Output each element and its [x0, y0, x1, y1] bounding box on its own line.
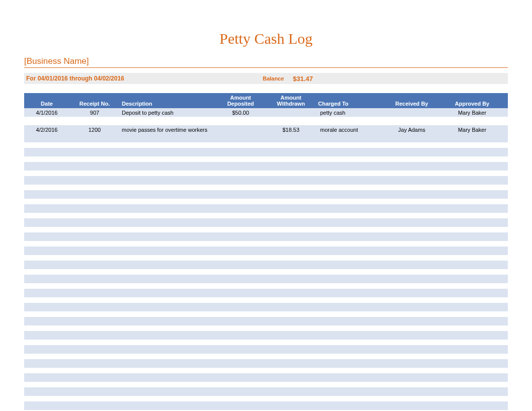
table-row	[24, 261, 508, 269]
th-withdrawn-l1: Amount	[268, 95, 314, 101]
table-row: 4/1/2016907Deposit to petty cash$50.00pe…	[24, 108, 508, 117]
row-gap	[24, 156, 508, 162]
log-table: Date Receipt No. Description Amount Depo…	[24, 93, 508, 411]
period-bar: For 04/01/2016 through 04/02/2016 Balanc…	[24, 73, 508, 84]
cell-description: Deposit to petty cash	[120, 110, 215, 116]
cell-approved: Mary Baker	[442, 127, 502, 133]
cell-withdrawn: $18.53	[266, 127, 316, 133]
row-gap	[24, 382, 508, 387]
balance-value: $31.47	[293, 75, 333, 83]
row-gap	[24, 297, 508, 303]
table-row	[24, 359, 508, 368]
table-row	[24, 303, 508, 311]
table-row	[24, 275, 508, 283]
th-deposited-l2: Deposited	[217, 101, 264, 107]
cell-charged: morale account	[316, 127, 382, 133]
cell-date: 4/1/2016	[24, 110, 69, 116]
th-date: Date	[24, 101, 69, 107]
business-name: [Business Name]	[24, 56, 508, 67]
divider	[24, 67, 508, 68]
row-gap	[24, 283, 508, 289]
table-row	[24, 218, 508, 227]
page-title: Petty Cash Log	[24, 30, 508, 47]
row-gap	[24, 396, 508, 401]
table-row	[24, 204, 508, 213]
period-range: For 04/01/2016 through 04/02/2016	[26, 75, 263, 82]
table-row	[24, 345, 508, 354]
table-row	[24, 162, 508, 171]
table-row	[24, 190, 508, 199]
table-row	[24, 232, 508, 241]
page: Petty Cash Log [Business Name] For 04/01…	[0, 0, 532, 411]
cell-charged: petty cash	[316, 110, 382, 116]
rows-container: 4/1/2016907Deposit to petty cash$50.00pe…	[24, 108, 508, 411]
table-row	[24, 289, 508, 297]
row-gap	[24, 255, 508, 261]
cell-receipt: 907	[69, 110, 120, 116]
table-row	[24, 176, 508, 185]
row-gap	[24, 354, 508, 359]
cell-received: Jay Adams	[382, 127, 442, 133]
th-receipt: Receipt No.	[69, 101, 120, 107]
row-gap	[24, 340, 508, 345]
cell-description: movie passes for overtime workers	[120, 127, 215, 133]
table-row	[24, 117, 508, 125]
th-withdrawn: Amount Withdrawn	[266, 95, 316, 107]
table-row	[24, 317, 508, 325]
table-row	[24, 387, 508, 396]
cell-receipt: 1200	[69, 127, 120, 133]
cell-approved: Mary Baker	[442, 110, 502, 116]
row-gap	[24, 325, 508, 331]
row-gap	[24, 142, 508, 148]
table-row	[24, 373, 508, 382]
table-row	[24, 331, 508, 340]
table-header-row: Date Receipt No. Description Amount Depo…	[24, 93, 508, 108]
th-deposited: Amount Deposited	[215, 95, 266, 107]
table-row	[24, 246, 508, 255]
th-charged: Charged To	[316, 101, 382, 107]
th-approved: Approved By	[442, 101, 502, 107]
cell-deposited: $50.00	[215, 110, 266, 116]
row-gap	[24, 241, 508, 246]
table-row	[24, 401, 508, 410]
table-row	[24, 134, 508, 142]
table-row: 4/2/20161200movie passes for overtime wo…	[24, 125, 508, 134]
row-gap	[24, 185, 508, 190]
th-withdrawn-l2: Withdrawn	[268, 101, 314, 107]
row-gap	[24, 227, 508, 232]
row-gap	[24, 213, 508, 218]
th-deposited-l1: Amount	[217, 95, 264, 101]
row-gap	[24, 199, 508, 204]
row-gap	[24, 269, 508, 275]
row-gap	[24, 368, 508, 373]
spacer	[24, 84, 508, 93]
row-gap	[24, 311, 508, 317]
table-row	[24, 148, 508, 156]
row-gap	[24, 171, 508, 176]
cell-date: 4/2/2016	[24, 127, 69, 133]
th-description: Description	[120, 101, 215, 107]
balance-label: Balance	[263, 75, 293, 81]
th-received: Received By	[382, 101, 442, 107]
